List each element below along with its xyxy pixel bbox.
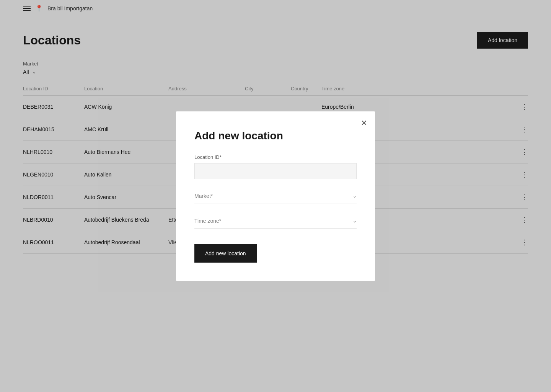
chevron-down-icon: ⌄ — [353, 193, 357, 199]
timezone-select[interactable]: Time zone* ⌄ — [194, 213, 357, 229]
market-select-label: Market* — [194, 193, 213, 199]
timezone-select-label: Time zone* — [194, 218, 221, 224]
location-id-label: Location ID* — [194, 154, 357, 160]
timezone-field: Time zone* ⌄ — [194, 213, 357, 229]
chevron-down-icon: ⌄ — [353, 218, 357, 224]
modal-title: Add new location — [194, 130, 357, 142]
location-id-input[interactable] — [194, 163, 357, 179]
add-location-modal: ✕ Add new location Location ID* Market* … — [176, 111, 375, 281]
market-field: Market* ⌄ — [194, 188, 357, 204]
modal-overlay: ✕ Add new location Location ID* Market* … — [0, 0, 551, 392]
market-select[interactable]: Market* ⌄ — [194, 188, 357, 204]
location-id-field: Location ID* — [194, 154, 357, 179]
modal-submit-button[interactable]: Add new location — [194, 244, 257, 263]
modal-close-button[interactable]: ✕ — [361, 119, 367, 127]
